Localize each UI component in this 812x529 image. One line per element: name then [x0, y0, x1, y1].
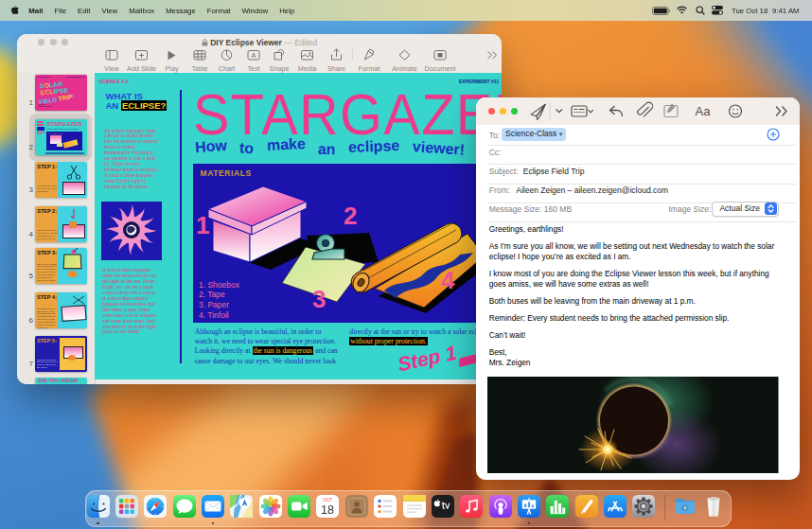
svg-text:A: A [251, 51, 256, 60]
svg-text:4: 4 [440, 266, 454, 294]
svg-text:Aa: Aa [696, 104, 712, 118]
svg-text:1: 1 [196, 211, 209, 239]
svg-text:2: 2 [344, 202, 357, 230]
svg-text:3: 3 [312, 285, 326, 313]
